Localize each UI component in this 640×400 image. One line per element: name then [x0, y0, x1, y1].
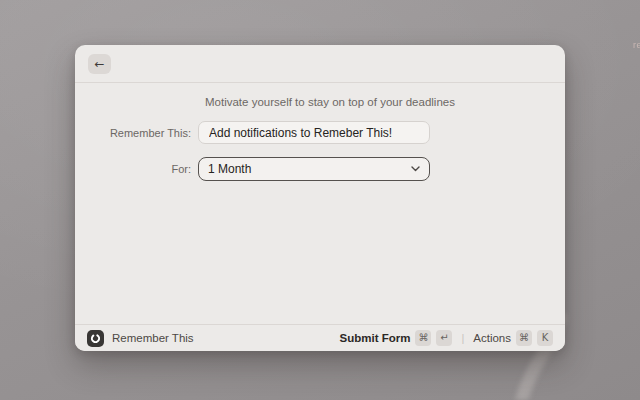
background-watermark-text: re	[633, 40, 640, 50]
app-window: ← Motivate yourself to stay on top of yo…	[75, 45, 565, 351]
desktop-background: re ← Motivate yourself to stay on top of…	[0, 0, 640, 400]
back-arrow-icon: ←	[94, 58, 104, 70]
remember-this-input[interactable]	[198, 121, 430, 144]
for-dropdown[interactable]: 1 Month	[198, 157, 430, 181]
remember-this-app-icon	[87, 330, 104, 347]
back-button[interactable]: ←	[88, 54, 111, 74]
footer-bar: Remember This Submit Form ⌘ ↵ | Actions …	[75, 324, 565, 351]
window-header: ←	[75, 45, 565, 83]
form-description: Motivate yourself to stay on top of your…	[205, 96, 565, 108]
submit-form-label: Submit Form	[340, 332, 411, 344]
form-body: Motivate yourself to stay on top of your…	[75, 83, 565, 181]
actions-label: Actions	[473, 332, 511, 344]
footer-separator: |	[461, 332, 464, 344]
command-key-icon: ⌘	[415, 330, 431, 346]
remember-this-label: Remember This:	[75, 127, 198, 139]
submit-form-button[interactable]: Submit Form ⌘ ↵	[340, 330, 453, 346]
form-row-for: For: 1 Month	[75, 157, 565, 181]
return-key-icon: ↵	[436, 330, 452, 346]
command-key-icon: ⌘	[516, 330, 532, 346]
chevron-down-icon	[411, 166, 420, 172]
k-key-icon: K	[537, 330, 553, 346]
for-dropdown-value: 1 Month	[208, 162, 411, 176]
for-label: For:	[75, 163, 198, 175]
footer-app-name: Remember This	[112, 332, 194, 344]
form-row-remember-this: Remember This:	[75, 121, 565, 144]
actions-button[interactable]: Actions ⌘ K	[473, 330, 553, 346]
